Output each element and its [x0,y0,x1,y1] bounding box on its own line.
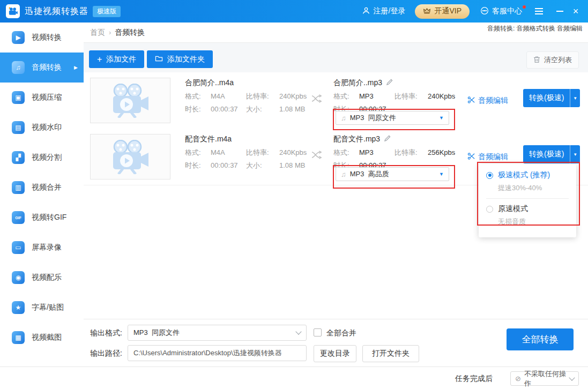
video-convert-icon: ▶ [12,31,25,44]
sidebar-item-audio-convert[interactable]: ♫ 音频转换 ▶ [0,53,84,83]
vip-button[interactable]: 开通VIP [415,4,470,19]
audio-convert-icon: ♫ [12,61,25,74]
output-format-label: 输出格式: [90,325,122,341]
music-note-icon: ♫ [341,114,346,122]
target-filename: 合肥简介..mp3 [333,78,473,88]
shuffle-icon [311,94,323,106]
support-button[interactable]: 客服中心 [480,6,522,17]
menu-item-fast-mode[interactable]: 极速模式 (推荐) 提速30%-40% [479,170,576,193]
output-preset-select[interactable]: ♫ MP3 同原文件 ▼ [336,111,449,125]
convert-dropdown-toggle[interactable]: ▼ [570,89,580,107]
source-filename: 配音文件.m4a [185,134,331,145]
breadcrumb-current: 音频转换 [115,28,145,38]
login-button[interactable]: 注册/登录 [362,6,406,17]
chevron-down-icon [295,328,301,334]
notification-dot [523,5,526,9]
sidebar-item-video-to-gif[interactable]: GIF 视频转GIF [0,203,84,233]
sidebar-item-video-screenshot[interactable]: ▦ 视频截图 [0,323,84,353]
caret-down-icon: ▼ [439,115,444,121]
video-to-gif-icon: GIF [12,211,25,224]
output-path-input[interactable] [128,345,307,361]
breadcrumb-home[interactable]: 首页 [90,28,105,38]
source-file-info: 合肥简介..m4a 格式:M4A比特率:240Kpbs 时长:00:00:37大… [185,78,331,114]
video-thumbnail[interactable] [90,134,170,179]
menu-item-normal-mode[interactable]: 原速模式 无损音质 [479,204,576,227]
crown-icon [423,7,431,16]
minimize-button[interactable] [554,5,565,17]
menu-button[interactable] [533,6,545,17]
merge-all-label: 全部合并 [326,325,356,341]
app-logo-icon [6,4,20,18]
convert-button-group: 转换(极速) ▼ [523,89,580,107]
version-badge: 极速版 [93,6,121,17]
source-filename: 合肥简介..m4a [185,78,331,88]
music-note-icon: ♫ [341,170,346,178]
add-file-button[interactable]: + 添加文件 [89,50,144,68]
shuffle-icon [311,150,323,162]
video-merge-icon: ▥ [12,181,25,194]
page-subtitle-note: 音频转换: 音频格式转换 音频编辑 [487,24,583,33]
video-screenshot-icon: ▦ [12,331,25,344]
sidebar-item-video-music[interactable]: ◉ 视频配乐 [0,263,84,293]
chat-icon [480,6,489,17]
target-file-info: 合肥简介..mp3 格式:MP3比特率:240Kpbs 时长:00:00:37 [333,78,473,114]
app-window: 迅捷视频转换器 极速版 注册/登录 开通VIP 客服中心 × ▶ 视频转换 [0,0,588,389]
add-folder-button[interactable]: 添加文件夹 [147,50,213,68]
sidebar-item-video-split[interactable]: ▞ 视频分割 [0,143,84,173]
convert-button[interactable]: 转换(极速) [523,89,570,107]
open-folder-button[interactable]: 打开文件夹 [362,345,419,362]
video-split-icon: ▞ [12,151,25,164]
output-format-select[interactable]: MP3 同原文件 [128,325,307,341]
toolbar: + 添加文件 添加文件夹 清空列表 [84,43,588,72]
sidebar-item-video-merge[interactable]: ▥ 视频合并 [0,173,84,203]
close-button[interactable]: × [570,5,582,17]
status-bar: 任务完成后 ⊘ 不采取任何操作 [0,366,588,389]
rename-pencil-icon[interactable] [384,135,391,144]
file-row-1: 合肥简介..m4a 格式:M4A比特率:240Kpbs 时长:00:00:37大… [84,72,588,129]
video-music-icon: ◉ [12,271,25,284]
menu-divider [486,198,569,199]
caret-down-icon: ▼ [439,171,444,177]
clear-list-button[interactable]: 清空列表 [526,51,579,69]
change-directory-button[interactable]: 更改目录 [314,345,356,362]
trash-icon [533,56,540,65]
after-task-label: 任务完成后 [455,367,493,389]
source-file-info: 配音文件.m4a 格式:M4A比特率:240Kpbs 时长:00:00:37大小… [185,134,331,170]
merge-all-checkbox[interactable] [314,328,322,336]
output-preset-select[interactable]: ♫ MP3 高品质 ▼ [336,167,449,181]
title-bar: 迅捷视频转换器 极速版 注册/登录 开通VIP 客服中心 × [0,0,588,23]
after-task-select[interactable]: ⊘ 不采取任何操作 [510,371,579,386]
audio-edit-link[interactable]: 音频编辑 [467,96,508,106]
output-path-label: 输出路径: [90,345,122,361]
convert-button[interactable]: 转换(极速) [523,145,570,163]
radio-unselected-icon[interactable] [486,206,493,213]
breadcrumb: 首页 › 音频转换 音频转换: 音频格式转换 音频编辑 [84,23,588,43]
app-title: 迅捷视频转换器 [25,6,88,17]
user-icon [362,6,370,17]
scissors-icon [467,152,475,162]
breadcrumb-separator-icon: › [109,28,111,36]
sidebar-item-screen-record[interactable]: ▭ 屏幕录像 [0,233,84,263]
speed-mode-menu: 极速模式 (推荐) 提速30%-40% 原速模式 无损音质 [479,164,576,237]
audio-edit-link[interactable]: 音频编辑 [467,152,508,162]
video-compress-icon: ▣ [12,91,25,104]
sidebar-item-video-convert[interactable]: ▶ 视频转换 [0,23,84,53]
screen-record-icon: ▭ [12,241,25,254]
rename-pencil-icon[interactable] [386,79,393,87]
sidebar-item-video-compress[interactable]: ▣ 视频压缩 [0,83,84,113]
radio-selected-icon[interactable] [486,172,493,179]
chevron-down-icon [569,375,575,380]
convert-all-button[interactable]: 全部转换 [507,328,574,350]
scissors-icon [467,96,475,106]
target-filename: 配音文件.mp3 [333,134,473,145]
output-settings-panel: 输出格式: MP3 同原文件 全部合并 输出路径: 更改目录 打开文件夹 全部转… [84,319,588,366]
video-thumbnail[interactable] [90,78,170,123]
target-file-info: 配音文件.mp3 格式:MP3比特率:256Kpbs 时长:00:00:37 [333,134,473,170]
convert-dropdown-toggle[interactable]: ▼ [570,145,580,163]
plus-icon: + [97,55,102,64]
no-action-icon: ⊘ [515,375,521,383]
convert-button-group: 转换(极速) ▼ [523,145,580,163]
sidebar-item-video-watermark[interactable]: ▤ 视频水印 [0,113,84,143]
sidebar-item-subtitle-sticker[interactable]: ★ 字幕/贴图 [0,293,84,323]
video-watermark-icon: ▤ [12,121,25,134]
